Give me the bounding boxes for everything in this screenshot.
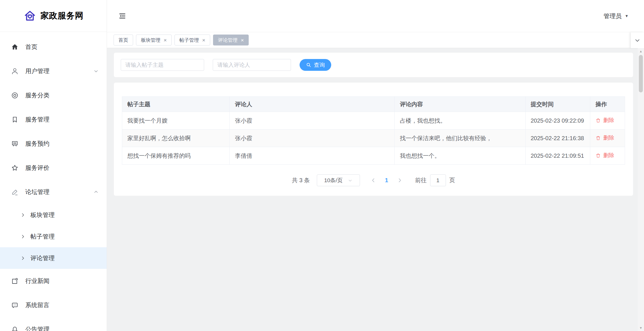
- news-icon: [11, 277, 19, 285]
- sidebar-item-label: 用户管理: [25, 67, 49, 75]
- next-page-button[interactable]: [393, 178, 407, 183]
- sidebar-item-service-booking[interactable]: 服务预约: [0, 132, 107, 156]
- bell-icon: [11, 325, 19, 331]
- search-icon: [306, 62, 311, 68]
- goto-page-group: 前往 页: [415, 174, 455, 186]
- sidebar-subitem-comment-manage[interactable]: 评论管理: [0, 247, 107, 269]
- sidebar-item-system-messages[interactable]: 系统留言: [0, 293, 107, 317]
- pagination: 共 3 条 10条/页 1 前往: [122, 174, 625, 186]
- cell-topic: 我要找一个月嫂: [122, 112, 230, 130]
- sidebar-item-service-category[interactable]: 服务分类: [0, 83, 107, 107]
- tab-label: 板块管理: [141, 37, 160, 43]
- col-header-actions: 操作: [590, 97, 625, 112]
- sidebar-item-forum[interactable]: 论坛管理: [0, 180, 107, 204]
- dropdown-caret-icon: ▼: [625, 14, 628, 18]
- sidebar-menu: 首页 用户管理 服务分类: [0, 32, 107, 331]
- chevron-down-icon: [93, 69, 99, 74]
- chevron-down-icon: [634, 37, 641, 43]
- trash-icon: [595, 118, 601, 123]
- trash-icon: [595, 135, 601, 141]
- delete-label: 删除: [603, 152, 614, 159]
- comments-table-card: 帖子主题 评论人 评论内容 提交时间 操作 我要找一个月嫂 张小霞 占楼，我也想…: [114, 83, 633, 196]
- pagination-total: 共 3 条: [292, 176, 310, 184]
- edit-icon: [11, 188, 19, 196]
- sidebar-item-label: 行业新闻: [25, 277, 49, 285]
- table-row: 我要找一个月嫂 张小霞 占楼，我也想找。 2025-02-23 09:22:09…: [122, 112, 625, 130]
- scrollbar[interactable]: ▲ ▼: [638, 48, 644, 331]
- sidebar-item-label: 服务分类: [25, 91, 49, 99]
- scrollbar-thumb[interactable]: [639, 55, 643, 92]
- cell-content: 找一个保洁来吧，他们比较有经验，: [394, 130, 525, 147]
- query-button-label: 查询: [314, 61, 325, 69]
- goto-page-input[interactable]: [430, 174, 446, 186]
- sidebar-item-announcements[interactable]: 公告管理: [0, 317, 107, 331]
- sidebar-item-home[interactable]: 首页: [0, 35, 107, 59]
- search-panel: 查询: [114, 53, 633, 77]
- sidebar-subitem-board-manage[interactable]: 板块管理: [0, 204, 107, 226]
- delete-button[interactable]: 删除: [595, 117, 614, 124]
- delete-button[interactable]: 删除: [595, 152, 614, 159]
- sidebar-item-label: 服务评价: [25, 164, 49, 172]
- user-name: 管理员: [603, 12, 622, 20]
- tab-bar: 首页 板块管理 × 帖子管理 × 评论管理 ×: [107, 32, 644, 48]
- query-button[interactable]: 查询: [300, 59, 331, 71]
- message-icon: [11, 301, 19, 309]
- cell-time: 2025-02-23 09:22:09: [525, 112, 590, 130]
- sidebar-item-service-review[interactable]: 服务评价: [0, 156, 107, 180]
- cell-commenter: 张小霞: [230, 130, 395, 147]
- sidebar-item-label: 服务预约: [25, 140, 49, 148]
- user-icon: [11, 67, 19, 75]
- prev-page-button[interactable]: [367, 178, 380, 183]
- star-icon: [11, 164, 19, 172]
- cell-actions: 删除: [590, 147, 625, 165]
- sidebar-item-industry-news[interactable]: 行业新闻: [0, 269, 107, 293]
- cell-content: 我也想找一个。: [394, 147, 525, 165]
- table-row: 想找一个保姆有推荐的吗 李倩倩 我也想找一个。 2025-02-22 21:09…: [122, 147, 625, 165]
- tab-home[interactable]: 首页: [114, 35, 133, 45]
- delete-button[interactable]: 删除: [595, 134, 614, 142]
- close-icon[interactable]: ×: [241, 37, 244, 43]
- chevron-right-icon: [397, 178, 402, 183]
- delete-label: 删除: [603, 134, 614, 142]
- sidebar-subitem-label: 评论管理: [30, 254, 55, 262]
- content: 查询 帖子主题 评论人 评论内容 提交时间 操作: [107, 48, 644, 331]
- table-row: 家里好乱啊，怎么收拾啊 张小霞 找一个保洁来吧，他们比较有经验， 2025-02…: [122, 130, 625, 147]
- sidebar-item-service-manage[interactable]: 服务管理: [0, 107, 107, 132]
- chevron-right-icon: [20, 255, 26, 261]
- commenter-search-input[interactable]: [213, 59, 291, 71]
- cell-time: 2025-02-22 21:16:38: [525, 130, 590, 147]
- scroll-up-icon[interactable]: ▲: [638, 48, 644, 54]
- sidebar-fold-icon[interactable]: [118, 12, 126, 20]
- app-title: 家政服务网: [41, 10, 84, 22]
- house-heart-logo-icon: [23, 9, 37, 22]
- topic-search-input[interactable]: [121, 59, 204, 71]
- goto-label: 前往: [415, 176, 427, 184]
- admin-app: 家政服务网 首页 用户管理: [0, 0, 644, 331]
- tab-label: 帖子管理: [179, 37, 199, 43]
- user-dropdown[interactable]: 管理员 ▼: [603, 12, 628, 20]
- logo: 家政服务网: [0, 0, 107, 32]
- sidebar-item-label: 论坛管理: [25, 188, 49, 196]
- tab-post-manage[interactable]: 帖子管理 ×: [175, 35, 210, 45]
- close-icon[interactable]: ×: [164, 37, 167, 43]
- sidebar-subitem-post-manage[interactable]: 帖子管理: [0, 226, 107, 247]
- chevron-right-icon: [20, 234, 26, 239]
- chevron-down-icon: [348, 178, 352, 183]
- chevron-right-icon: [20, 212, 26, 218]
- scroll-down-icon[interactable]: ▼: [638, 325, 644, 331]
- close-icon[interactable]: ×: [202, 37, 205, 43]
- page-number-1[interactable]: 1: [380, 177, 393, 184]
- page-size-select[interactable]: 10条/页: [317, 174, 360, 186]
- tab-comment-manage[interactable]: 评论管理 ×: [213, 35, 249, 45]
- tab-overflow-button[interactable]: [631, 32, 644, 48]
- tab-label: 评论管理: [218, 37, 237, 43]
- sidebar-item-users[interactable]: 用户管理: [0, 59, 107, 83]
- bookmark-icon: [11, 115, 19, 123]
- tab-board-manage[interactable]: 板块管理 ×: [136, 35, 172, 45]
- cell-actions: 删除: [590, 112, 625, 130]
- cell-content: 占楼，我也想找。: [394, 112, 525, 130]
- page-size-value: 10条/页: [324, 177, 342, 184]
- sidebar-item-label: 系统留言: [25, 301, 49, 309]
- table-header-row: 帖子主题 评论人 评论内容 提交时间 操作: [122, 97, 625, 112]
- cell-time: 2025-02-22 21:09:51: [525, 147, 590, 165]
